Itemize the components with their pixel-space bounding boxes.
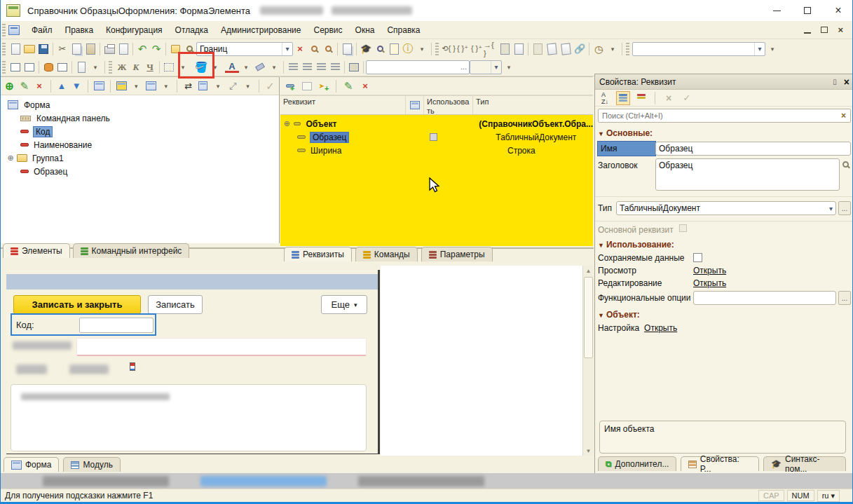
mdi-close-icon[interactable]: ×	[838, 25, 843, 35]
scroll-up-icon[interactable]: ▲	[583, 266, 594, 275]
type-ellipsis-button[interactable]: ...	[838, 201, 851, 215]
tab-properties[interactable]: Свойства: Р...	[681, 456, 759, 471]
table-icon[interactable]	[55, 60, 69, 74]
proc-back-icon[interactable]: ⟲{ }	[442, 42, 456, 56]
clear-search-icon[interactable]: ×	[837, 111, 850, 121]
prop-value-name[interactable]: Образец	[655, 142, 851, 156]
expander-icon[interactable]: ⊕	[6, 154, 15, 163]
func-options-ellipsis-button[interactable]: ...	[838, 291, 851, 305]
section-object[interactable]: ▼Объект:	[595, 306, 853, 322]
font-color-button[interactable]: А	[225, 61, 239, 73]
menu-debug[interactable]: Отладка	[169, 23, 214, 37]
edit-button[interactable]: ✎	[18, 79, 30, 93]
section-main[interactable]: ▼Основные:	[595, 125, 853, 140]
scrollbar-thumb[interactable]	[584, 277, 593, 358]
desktop-layout-button[interactable]	[116, 79, 128, 93]
sort-az-icon[interactable]: AZ↓	[598, 91, 612, 105]
menu-configuration[interactable]: Конфигурация	[100, 23, 169, 37]
func-options-input[interactable]	[693, 291, 836, 305]
view-open-link[interactable]: Открыть	[693, 266, 726, 275]
output-icon[interactable]	[74, 60, 88, 74]
description-field-input[interactable]	[76, 338, 367, 356]
tree-item-code[interactable]: Код	[1, 125, 279, 138]
filter-icon[interactable]	[634, 91, 648, 105]
align-justify-button[interactable]	[328, 60, 342, 74]
chevron-down-icon[interactable]: ▾	[282, 43, 292, 55]
eraser-button[interactable]	[253, 60, 267, 74]
new-document-icon[interactable]	[8, 42, 22, 56]
chevron-down-icon[interactable]: ▾	[415, 42, 429, 56]
categories-icon[interactable]	[616, 91, 630, 105]
copy-icon[interactable]	[69, 42, 83, 56]
size-combobox[interactable]: ▾	[470, 60, 502, 74]
menu-edit[interactable]: Правка	[59, 23, 100, 37]
find-next-icon[interactable]	[307, 42, 321, 56]
tab-attributes[interactable]: Реквизиты	[284, 247, 352, 261]
close-button[interactable]: ×	[823, 0, 853, 21]
syntax-helper-icon[interactable]: 🎓	[359, 42, 373, 56]
delete-button[interactable]: ×	[358, 79, 372, 93]
copy-special-icon[interactable]	[340, 42, 354, 56]
tab-additional[interactable]: ⧉ Дополнител...	[598, 456, 676, 471]
language-indicator[interactable]: ru ▾	[817, 490, 840, 502]
menu-file[interactable]: Файл	[25, 23, 59, 37]
info-icon[interactable]: ⓘ	[401, 42, 415, 56]
form-scrollbar[interactable]: ▲ ▼	[582, 266, 594, 456]
pin-icon[interactable]: ▯	[833, 78, 837, 86]
window-menu-icon[interactable]	[8, 25, 20, 35]
setting-open-link[interactable]: Открыть	[644, 323, 677, 333]
find-previous-icon[interactable]	[321, 42, 335, 56]
frame-button[interactable]	[347, 60, 361, 74]
prop-value-type[interactable]: ТабличныйДокумент ▾	[616, 201, 836, 215]
chevron-down-icon[interactable]: ▾	[491, 61, 501, 74]
chevron-down-icon[interactable]: ▾	[242, 79, 254, 93]
menu-administration[interactable]: Администрирование	[214, 23, 307, 37]
cut-icon[interactable]: ✂	[55, 42, 69, 56]
open-icon[interactable]	[22, 42, 36, 56]
menu-help[interactable]: Справка	[381, 23, 426, 37]
edit-button[interactable]: ✎	[341, 79, 355, 93]
tab-parameters[interactable]: Параметры	[421, 247, 493, 261]
tree-item-commandbar[interactable]: Командная панель	[1, 111, 279, 125]
magnifier-icon[interactable]	[842, 161, 849, 168]
database-icon[interactable]	[41, 60, 55, 74]
section-usage[interactable]: ▼Использование:	[595, 236, 853, 252]
tab-syntax-helper[interactable]: 🎓 Синтакс-пом...	[763, 456, 846, 471]
chevron-down-icon[interactable]: ▾	[239, 60, 253, 74]
chain-links-icon[interactable]: 🔗	[573, 42, 587, 56]
save-and-close-button[interactable]: Записать и закрыть	[13, 295, 141, 314]
close-panel-icon[interactable]: ×	[844, 76, 849, 88]
print-preview-icon[interactable]	[116, 42, 130, 56]
column-form-icon[interactable]	[406, 96, 424, 114]
add-external-button[interactable]: ➤+	[317, 79, 331, 93]
align-left-button[interactable]	[286, 60, 300, 74]
move-up-button[interactable]: ▲	[55, 79, 67, 93]
more-button[interactable]: Еще ▾	[321, 295, 367, 314]
code-field-selection[interactable]: Код:	[11, 313, 156, 336]
proc-next-icon[interactable]: { }⁺	[470, 42, 484, 56]
window-combobox[interactable]: ▾	[632, 42, 765, 56]
toolbar-grip[interactable]	[2, 61, 6, 74]
tab-elements[interactable]: Элементы	[3, 243, 70, 258]
edit-open-link[interactable]: Открыть	[693, 278, 726, 288]
chevron-down-icon[interactable]: ▾	[130, 79, 142, 93]
clear-search-icon[interactable]: ×	[293, 42, 307, 56]
tab-command-interface[interactable]: Командный интерфейс	[73, 243, 190, 258]
chevron-down-icon[interactable]: ▾	[606, 42, 620, 56]
attribute-row-obrazec[interactable]: Образец ТабличныйДокумент	[280, 130, 593, 144]
grid-settings-icon[interactable]	[22, 60, 36, 74]
move-down-button[interactable]: ▼	[71, 79, 83, 93]
tree-item-description[interactable]: Наименование	[1, 138, 279, 151]
expander-icon[interactable]: ⊕	[283, 119, 291, 128]
template-icon[interactable]	[387, 42, 401, 56]
name-field[interactable]: ...	[366, 60, 470, 74]
bold-button[interactable]: Ж	[115, 60, 129, 74]
underline-button[interactable]: Ч	[143, 60, 157, 74]
save-icon[interactable]	[36, 42, 50, 56]
global-search-icon[interactable]	[373, 42, 387, 56]
page-zoom2-icon[interactable]	[559, 42, 573, 56]
redacted-tab[interactable]	[69, 365, 109, 374]
tree-item-group1[interactable]: ⊕ Группа1	[1, 151, 279, 165]
chevron-down-icon[interactable]: ▾	[267, 60, 281, 74]
grouping-layout-button[interactable]	[145, 79, 157, 93]
